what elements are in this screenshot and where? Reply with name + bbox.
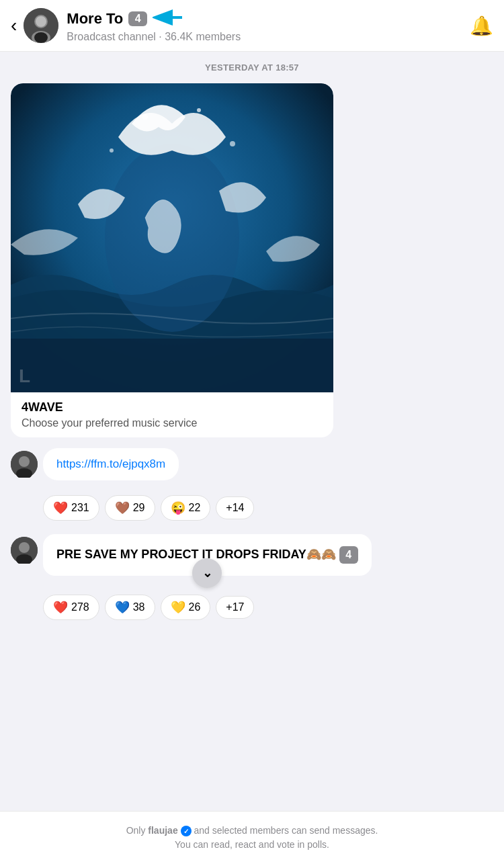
svg-point-11 [230,141,235,146]
svg-point-8 [142,114,148,120]
reaction-more[interactable]: +14 [216,496,254,519]
link-text[interactable]: https://ffm.to/ejpqx8m [56,458,165,470]
svg-point-15 [19,456,30,467]
footer: Only flaujae ✓ and selected members can … [0,811,504,868]
message-2-wrapper: PRE SAVE MY PROJECT IT DROPS FRIDAY🙈🙈 4 … [43,534,372,576]
reaction-heart-2[interactable]: ❤️ 278 [43,595,99,620]
brown-heart-emoji: 🤎 [115,501,130,515]
expand-button[interactable]: ⌄ [192,558,222,588]
sender-avatar-2 [11,537,38,564]
blue-heart-emoji: 💙 [115,600,130,615]
message-image: L [11,83,333,392]
yellow-heart-count: 26 [189,601,201,613]
channel-name: More To [67,10,123,28]
silly-count: 22 [189,502,201,514]
message-1-text: 4WAVE Choose your preferred music servic… [11,392,333,437]
heart-emoji-2: ❤️ [53,600,68,615]
svg-point-9 [197,108,201,112]
yellow-heart-emoji: 💛 [171,600,185,615]
back-button[interactable]: ‹ [11,15,24,36]
sender-avatar [11,451,38,478]
reaction-blue-heart[interactable]: 💙 38 [105,595,155,620]
channel-avatar[interactable] [24,8,58,43]
message-2-badge: 4 [339,546,358,564]
notification-button[interactable]: 🔔 [470,15,493,37]
arrow-indicator-icon [153,8,185,30]
unread-badge: 4 [128,11,147,26]
silly-emoji: 😜 [171,501,185,515]
message-2-block: PRE SAVE MY PROJECT IT DROPS FRIDAY🙈🙈 4 … [11,534,493,576]
message-1-bubble: L 4WAVE Choose your preferred music serv… [11,83,333,437]
reaction-brown-heart[interactable]: 🤎 29 [105,495,155,521]
header: ‹ More To 4 [0,0,504,52]
footer-text: Only flaujae ✓ and selected members can … [13,824,491,852]
verified-badge-icon: ✓ [181,826,192,836]
more-count: +14 [226,502,244,514]
reactions-row-2: ❤️ 278 💙 38 💛 26 +17 [43,595,493,620]
svg-rect-13 [11,339,333,392]
brown-heart-count: 29 [133,502,145,514]
blue-heart-count: 38 [133,601,145,613]
chat-area: YESTERDAY AT 18:57 [0,52,504,811]
chevron-down-icon: ⌄ [202,566,212,580]
reactions-row-1: ❤️ 231 🤎 29 😜 22 +14 [43,495,493,521]
channel-subtitle: Broadcast channel · 36.4K members [67,31,470,43]
reaction-heart[interactable]: ❤️ 231 [43,495,99,521]
heart-count-2: 278 [71,601,89,613]
more-count-2: +17 [226,601,244,613]
date-divider: YESTERDAY AT 18:57 [11,62,493,73]
link-message-block: https://ffm.to/ejpqx8m [11,448,493,487]
message-1-title: 4WAVE [22,400,323,415]
svg-point-3 [34,32,48,43]
message-1-subtitle: Choose your preferred music service [22,417,323,429]
heart-emoji: ❤️ [53,501,68,515]
reaction-silly[interactable]: 😜 22 [161,495,211,521]
channel-info: More To 4 Broadcast channel · 36.4K memb… [67,8,470,43]
heart-count: 231 [71,502,89,514]
svg-point-18 [19,542,30,553]
svg-point-4 [36,16,46,27]
reaction-more-2[interactable]: +17 [216,596,254,619]
link-bubble[interactable]: https://ffm.to/ejpqx8m [43,448,179,480]
message-1: L 4WAVE Choose your preferred music serv… [11,83,493,437]
reaction-yellow-heart[interactable]: 💛 26 [161,595,211,620]
svg-point-10 [110,148,114,153]
